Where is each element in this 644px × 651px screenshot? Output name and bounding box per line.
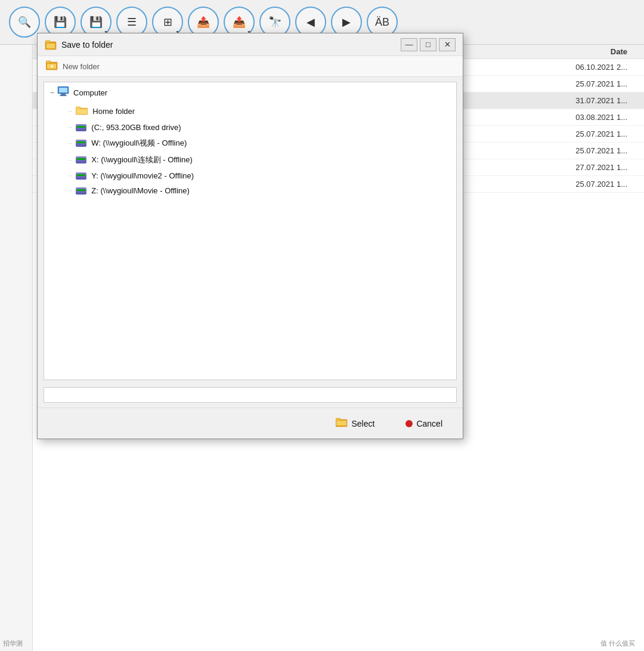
watermark-right: 值 什么值买 — [600, 639, 635, 648]
drive-icon — [76, 172, 86, 180]
save-to-folder-dialog: Save to folder — □ ✕ New folder − — [37, 33, 463, 439]
svg-rect-17 — [336, 421, 346, 425]
drive-icon — [76, 156, 86, 163]
row-date: 03.08.2021 1... — [575, 113, 639, 122]
svg-rect-16 — [336, 418, 340, 421]
svg-rect-11 — [60, 95, 67, 97]
tree-root-computer[interactable]: − Computer — [44, 82, 456, 103]
tree-dots: · · — [68, 140, 71, 147]
tree-item-label: (C:, 953.20GB fixed drive) — [91, 123, 181, 132]
maximize-button[interactable]: □ — [420, 38, 436, 51]
drive-icon — [76, 124, 86, 131]
drive-icon — [76, 140, 86, 147]
dialog-title-icon — [45, 39, 57, 51]
tree-item-home[interactable]: · · Home folder — [63, 103, 456, 120]
dialog-title: Save to folder — [61, 40, 401, 50]
expand-icon[interactable]: − — [50, 88, 54, 97]
row-date: 06.10.2021 2... — [575, 63, 639, 72]
select-label: Select — [351, 419, 374, 428]
tree-dots: · · — [68, 108, 71, 115]
watermark-left: 招华测 — [3, 639, 23, 648]
row-date: 27.07.2021 1... — [575, 163, 639, 172]
svg-rect-14 — [76, 109, 87, 114]
row-date: 25.07.2021 1... — [575, 146, 639, 155]
svg-rect-2 — [47, 44, 55, 48]
select-folder-icon — [336, 418, 348, 429]
close-button[interactable]: ✕ — [439, 38, 456, 51]
tree-children: · · Home folder · · (C:, 953.20GB fixed … — [44, 103, 456, 198]
cancel-dot-icon — [405, 420, 413, 427]
tree-item-w[interactable]: · · W: (\\wygioull\视频 - Offline) — [63, 135, 456, 152]
tree-item-label: W: (\\wygioull\视频 - Offline) — [91, 138, 187, 149]
dialog-footer: Select Cancel — [38, 408, 463, 439]
tree-dots: · · — [68, 187, 71, 194]
new-folder-icon — [46, 60, 58, 73]
cancel-button[interactable]: Cancel — [395, 415, 453, 432]
row-date: 25.07.2021 1... — [575, 79, 639, 88]
dialog-toolbar: New folder — [38, 56, 463, 77]
dialog-titlebar: Save to folder — □ ✕ — [38, 33, 463, 56]
tree-dots: · · — [68, 157, 71, 163]
tree-item-label: Z: (\\wygioull\Movie - Offline) — [91, 186, 189, 195]
row-date: 25.07.2021 1... — [575, 180, 639, 189]
sidebar-panel — [0, 45, 33, 651]
path-input[interactable] — [44, 387, 457, 403]
svg-rect-1 — [45, 41, 50, 43]
tree-item-label: Home folder — [92, 107, 135, 116]
new-folder-label[interactable]: New folder — [63, 62, 100, 71]
svg-rect-9 — [59, 88, 67, 92]
row-date: 31.07.2021 1... — [575, 96, 639, 105]
select-button[interactable]: Select — [325, 414, 385, 433]
computer-icon — [57, 86, 70, 99]
search-button[interactable]: 🔍 — [9, 7, 40, 38]
drive-icon — [76, 187, 86, 195]
cancel-label: Cancel — [416, 419, 442, 428]
svg-rect-4 — [46, 61, 51, 63]
tree-dots: · · — [68, 172, 71, 179]
minimize-button[interactable]: — — [401, 38, 417, 51]
tree-item-label: Y: (\\wygioull\movie2 - Offline) — [91, 171, 194, 180]
tree-item-z[interactable]: · · Z: (\\wygioull\Movie - Offline) — [63, 183, 456, 198]
tree-item-x[interactable]: · · X: (\\wygioull\连续剧 - Offline) — [63, 152, 456, 168]
tree-item-c[interactable]: · · (C:, 953.20GB fixed drive) — [63, 120, 456, 135]
folder-icon — [76, 106, 88, 117]
svg-rect-13 — [76, 107, 80, 109]
computer-label: Computer — [73, 88, 107, 97]
date-column-header: Date — [611, 47, 639, 56]
tree-dots: · · — [68, 124, 71, 131]
folder-tree[interactable]: − Computer · · — [44, 82, 457, 380]
row-date: 25.07.2021 1... — [575, 129, 639, 138]
tree-item-label: X: (\\wygioull\连续剧 - Offline) — [91, 155, 193, 165]
dialog-window-controls: — □ ✕ — [401, 38, 456, 51]
tree-item-y[interactable]: · · Y: (\\wygioull\movie2 - Offline) — [63, 168, 456, 183]
